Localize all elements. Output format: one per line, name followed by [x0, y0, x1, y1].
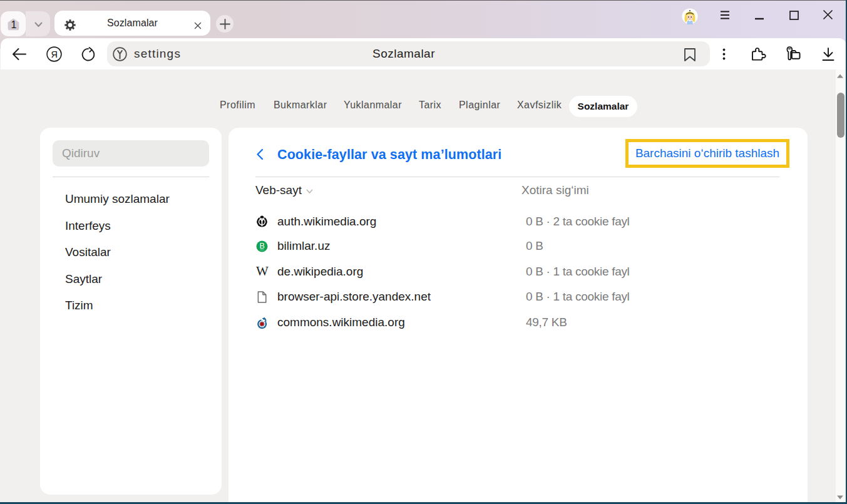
svg-text:1: 1 [11, 19, 16, 30]
svg-text:Я: Я [51, 49, 57, 59]
svg-text:B: B [259, 242, 264, 250]
